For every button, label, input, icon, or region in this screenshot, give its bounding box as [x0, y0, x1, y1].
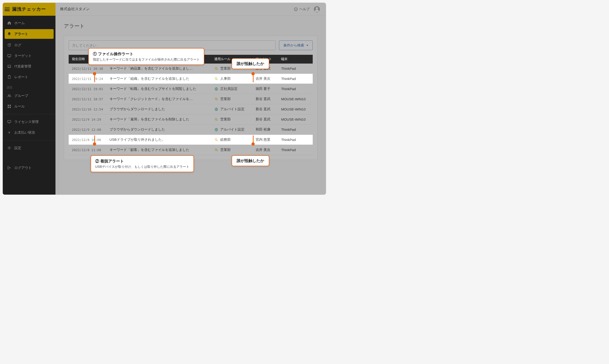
cell-time: 2022/12/8 11:08	[69, 145, 106, 155]
menu-icon[interactable]	[5, 7, 10, 11]
cell-time: 2022/12/9 12:08	[69, 125, 106, 135]
table-row[interactable]: 2022/12/8 11:08キーワード「顧客」を含むファイルを追加しました営業…	[69, 145, 313, 155]
cell-device: MOUSE-WIN10	[278, 94, 313, 104]
cell-user: 和田 裕康	[252, 125, 278, 135]
help-icon: ?	[294, 7, 298, 11]
rule-label: 営業部	[220, 117, 231, 122]
brand-title: 漏洩チェッカー	[12, 6, 46, 12]
sidebar-item-ログアウト[interactable]: ログアウト	[3, 162, 55, 173]
annotation-who-2: 誰が抵触したか	[232, 155, 269, 166]
monitor-icon	[7, 119, 12, 124]
cell-user: 堀田 要子	[252, 84, 278, 94]
filter-button[interactable]: 条件から検索	[279, 40, 313, 50]
rule-label: 営業部	[220, 148, 231, 152]
globe-icon	[214, 128, 218, 132]
annotation-who-1-text: 誰が抵触したか	[237, 61, 264, 66]
annotation-2: ② 着脱アラート USBデバイスが取り付け、もしくは取り外した際に出るアラート	[91, 155, 194, 172]
cell-user: 新谷 直武	[252, 114, 278, 125]
svg-rect-12	[8, 120, 11, 122]
cell-time: 2022/12/11 18:57	[69, 94, 106, 104]
cell-user: 吉井 美次	[252, 145, 278, 155]
cell-device: MOUSE-WIN10	[278, 114, 313, 125]
annotation-2-title: ② 着脱アラート	[95, 158, 189, 164]
target-icon	[7, 53, 12, 58]
globe-icon	[214, 107, 218, 111]
sidebar-item-ルール[interactable]: ルール	[3, 101, 55, 112]
cell-rule: 正社員設定	[211, 84, 252, 94]
svg-rect-8	[8, 105, 9, 106]
sidebar-item-お支払い状況[interactable]: ¥お支払い状況	[3, 127, 55, 138]
sidebar-item-アラート[interactable]: アラート	[5, 29, 54, 39]
cell-rule: 人事部	[211, 74, 252, 84]
rule-label: 正社員設定	[220, 87, 238, 91]
annotation-1: ① ファイル操作ラート 指定したキーワードに当てはまるファイルが操作された際に出…	[88, 48, 204, 65]
table-row[interactable]: 2022/12/11 20:38キーワード「納品書」を含むファイルを追加しまし……	[69, 64, 313, 74]
brand-bar: 漏洩チェッカー	[3, 3, 55, 16]
search-icon	[214, 77, 218, 81]
sidebar-item-label: ログアウト	[14, 166, 32, 170]
sidebar-item-label: ホーム	[14, 21, 25, 25]
gear-icon	[7, 146, 12, 150]
rule-label: アルバイト設定	[220, 107, 245, 111]
globe-icon	[214, 87, 218, 91]
sidebar-divider	[3, 140, 55, 140]
cell-message: ブラウザからダウンロードしました	[106, 125, 211, 135]
table-row[interactable]: 2022/12/11 19:01キーワード「転職」を含むウェブサイトを閲覧しまし…	[69, 84, 313, 94]
cell-message: USBドライブが取り外されました。	[106, 135, 211, 145]
cell-rule: アルバイト設定	[211, 104, 252, 114]
cell-time: 2022/12/11 19:01	[69, 84, 106, 94]
sidebar-item-ホーム[interactable]: ホーム	[3, 18, 55, 28]
search-icon	[214, 117, 218, 122]
annotation-who-1: 誰が抵触したか	[232, 58, 269, 69]
annotation-1-title: ① ファイル操作ラート	[93, 51, 200, 57]
cell-message: キーワード「顧客」を含むファイルを追加しました	[106, 145, 211, 155]
svg-rect-2	[8, 54, 11, 57]
sidebar-item-グループ[interactable]: グループ	[3, 90, 55, 101]
table-row[interactable]: 2022/12/9 14:29キーワード「雇用」を含むファイルを削除しました営業…	[69, 114, 313, 125]
svg-text:¥: ¥	[8, 131, 10, 134]
cell-time: 2022/12/8 16:06	[69, 135, 106, 145]
help-label: ヘルプ	[299, 7, 310, 11]
table-row[interactable]: 2022/12/9 12:08ブラウザからダウンロードしましたアルバイト設定和田…	[69, 125, 313, 135]
annotation-who-2-pin	[251, 142, 255, 146]
help-link[interactable]: ? ヘルプ	[294, 7, 310, 11]
sidebar-section-label: 設定	[3, 82, 55, 90]
cell-message: ブラウザからダウンロードしました	[106, 104, 211, 114]
cell-device: ThinkPad	[278, 135, 313, 145]
rule-label: 営業部	[220, 66, 231, 71]
cell-device: ThinkPad	[278, 125, 313, 135]
cell-message: キーワード「クレジットカード」を含むファイルを…	[106, 94, 211, 104]
table-row[interactable]: 2022/12/11 18:57キーワード「クレジットカード」を含むファイルを……	[69, 94, 313, 104]
table-row[interactable]: 2022/12/10 12:54ブラウザからダウンロードしましたアルバイト設定新…	[69, 104, 313, 114]
sidebar-item-ライセンス管理[interactable]: ライセンス管理	[3, 117, 55, 127]
logout-icon	[7, 166, 12, 170]
cell-user: 新谷 直武	[252, 104, 278, 114]
sidebar-item-ログ[interactable]: ログ	[3, 40, 55, 50]
cell-rule: 営業部	[211, 114, 252, 125]
col-device: 端末	[278, 55, 313, 64]
cell-time: 2022/12/9 14:29	[69, 114, 106, 125]
sidebar-item-レポート[interactable]: レポート	[3, 72, 55, 82]
cell-user: 宮内 悠里	[252, 135, 278, 145]
chevron-down-icon	[307, 45, 308, 46]
cell-message: キーワード「組織」を含むファイルを追加しました	[106, 74, 211, 84]
svg-point-16	[215, 78, 217, 79]
rule-label: 総務部	[220, 138, 231, 142]
search-icon	[214, 148, 218, 152]
cell-time: 2022/12/11 20:38	[69, 64, 106, 74]
avatar-icon[interactable]	[314, 6, 320, 12]
cell-user: 吉井 美次	[252, 74, 278, 84]
clipboard-icon	[7, 75, 12, 79]
sidebar-item-ターゲット[interactable]: ターゲット	[3, 50, 55, 61]
svg-point-22	[215, 138, 217, 140]
sidebar-item-設定[interactable]: 設定	[3, 143, 55, 153]
rule-label: 人事部	[220, 77, 231, 81]
cell-message: キーワード「雇用」を含むファイルを削除しました	[106, 114, 211, 125]
sidebar-item-IT資産管理[interactable]: IT資産管理	[3, 61, 55, 72]
table-row[interactable]: 2022/12/11 19:24キーワード「組織」を含むファイルを追加しました人…	[69, 74, 313, 84]
annotation-1-body: 指定したキーワードに当てはまるファイルが操作された際に出るアラート	[93, 58, 200, 62]
org-name: 株式会社スタメン	[55, 7, 94, 12]
cell-rule: 総務部	[211, 135, 252, 145]
svg-point-15	[215, 67, 217, 69]
table-row[interactable]: 2022/12/8 16:06USBドライブが取り外されました。総務部宮内 悠里…	[69, 135, 313, 145]
